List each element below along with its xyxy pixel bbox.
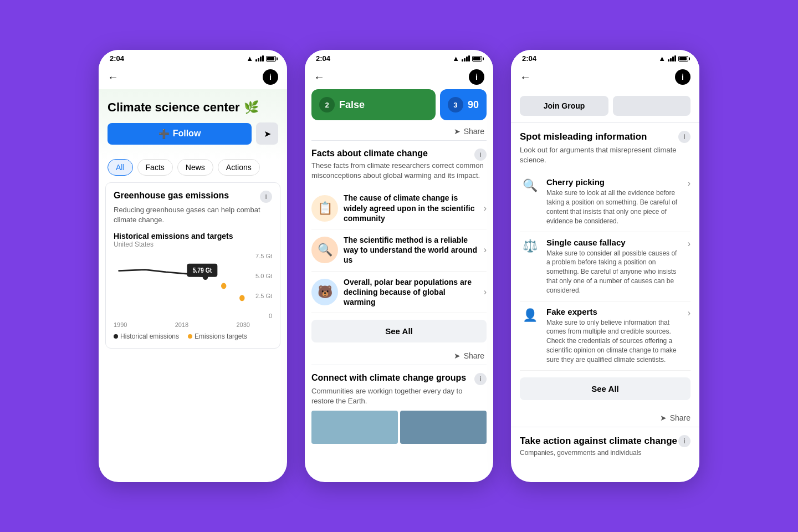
connect-info-btn[interactable]: i [474, 373, 487, 385]
chart-area: 7.5 Gt 5.0 Gt 2.5 Gt 0 5.7 [114, 253, 272, 319]
share-label-2b: Share [464, 351, 484, 360]
status-time-2: 2:04 [316, 54, 330, 63]
fact-item-0[interactable]: 📋 The cause of climate change is widely … [311, 187, 487, 229]
connect-images [311, 411, 487, 444]
title-emoji-1: 🌿 [244, 100, 259, 115]
fact-text-1: The scientific method is a reliable way … [344, 235, 478, 265]
battery-icon-3 [678, 56, 688, 62]
spot-section: Spot misleading information i Look out f… [511, 123, 699, 411]
status-icons-1: ▲ [246, 54, 276, 63]
fact-text-2: Overall, polar bear populations are decl… [344, 277, 478, 308]
spot-title-row: Spot misleading information i [520, 131, 690, 143]
share-row-2b[interactable]: ➤ Share [305, 349, 493, 365]
signal-icon-2 [462, 55, 470, 62]
join-group-button[interactable]: Join Group [520, 96, 608, 116]
info-button-1[interactable]: i [263, 69, 278, 85]
info-button-2[interactable]: i [469, 69, 484, 85]
tab-all[interactable]: All [108, 159, 133, 176]
see-all-button-2[interactable]: See All [311, 320, 487, 342]
top-nav-3: ← i [511, 65, 699, 89]
chart-container: Historical emissions and targets United … [114, 232, 272, 340]
back-button-1[interactable]: ← [108, 71, 119, 84]
chevron-0: › [484, 203, 487, 213]
chart-subtitle: United States [114, 241, 272, 248]
follow-button[interactable]: ➕ Follow [108, 123, 252, 145]
mislead-content-1: Single cause fallacy Make sure to consid… [546, 238, 681, 295]
info-button-3[interactable]: i [675, 69, 690, 85]
wifi-icon: ▲ [246, 54, 253, 63]
share-button-1[interactable]: ➤ [256, 122, 278, 145]
follow-label: Follow [173, 129, 201, 139]
share-row-3[interactable]: ➤ Share [511, 411, 699, 427]
blue-label: 90 [468, 99, 479, 111]
svg-point-1 [221, 283, 226, 289]
take-action-desc: Companies, governments and individuals [520, 448, 690, 458]
fact-icon-1: 🔍 [311, 237, 338, 263]
blue-badge: 3 [448, 97, 463, 112]
false-label: False [339, 99, 365, 111]
spot-title: Spot misleading information [520, 131, 647, 142]
top-nav-2: ← i [305, 65, 493, 89]
chart-legend: Historical emissions Emissions targets [114, 332, 272, 340]
mislead-icon-1: ⚖️ [520, 239, 540, 253]
legend-historical: Historical emissions [114, 332, 179, 340]
false-card: 2 False [311, 89, 436, 120]
battery-icon-2 [472, 56, 482, 62]
signal-icon [255, 55, 264, 62]
connect-title-row: Connect with climate change groups i [311, 373, 487, 385]
share-label-3: Share [670, 413, 690, 422]
tab-news[interactable]: News [177, 159, 213, 176]
mislead-content-2: Fake experts Make sure to only believe i… [546, 307, 681, 365]
legend-dot-historical [114, 334, 118, 339]
top-cards: 2 False 3 90 [305, 89, 493, 125]
status-bar-2: 2:04 ▲ [305, 50, 493, 65]
tab-facts[interactable]: Facts [137, 159, 173, 176]
section-info-btn[interactable]: i [260, 191, 272, 203]
fact-item-1[interactable]: 🔍 The scientific method is a reliable wa… [311, 229, 487, 272]
share-label-2: Share [464, 127, 484, 136]
see-all-button-3[interactable]: See All [520, 377, 690, 400]
mislead-desc-2: Make sure to only believe information th… [546, 318, 681, 365]
take-action-title-row: Take action against climate change i [520, 435, 690, 447]
mislead-item-2[interactable]: 👤 Fake experts Make sure to only believe… [520, 301, 690, 371]
status-bar-3: 2:04 ▲ [511, 50, 699, 65]
top-nav-1: ← i [99, 65, 287, 89]
tab-row-1: All Facts News Actions [99, 159, 287, 182]
greenhouse-section: Greenhouse gas emissions i Reducing gree… [105, 182, 280, 349]
spot-info-btn[interactable]: i [678, 131, 690, 143]
connect-img-1 [311, 411, 398, 444]
signal-icon-3 [668, 55, 676, 62]
mislead-content-0: Cherry picking Make sure to look at all … [546, 177, 681, 226]
phone-3: 2:04 ▲ ← i Join Group Spot [511, 50, 699, 482]
mislead-item-0[interactable]: 🔍 Cherry picking Make sure to look at al… [520, 172, 690, 232]
facts-title-row: Facts about climate change i [311, 149, 487, 161]
wifi-icon-2: ▲ [452, 54, 459, 63]
connect-desc: Communities are workign together every d… [311, 386, 487, 406]
status-bar-1: 2:04 ▲ [99, 50, 287, 65]
take-action-section: Take action against climate change i Com… [511, 427, 699, 460]
section-desc: Reducing greenhouse gases can help comba… [114, 205, 272, 225]
join-group-section: Join Group [511, 89, 699, 122]
phone-2-content: 2 False 3 90 ➤ Share Facts about climate… [305, 89, 493, 482]
mislead-title-2: Fake experts [546, 307, 681, 316]
chart-title: Historical emissions and targets [114, 232, 272, 241]
tab-actions[interactable]: Actions [218, 159, 260, 176]
share-row-2[interactable]: ➤ Share [305, 125, 493, 140]
mislead-chevron-1: › [688, 239, 690, 249]
mislead-item-1[interactable]: ⚖️ Single cause fallacy Make sure to con… [520, 232, 690, 301]
facts-desc: These facts from climate researchers cor… [311, 161, 487, 181]
back-button-3[interactable]: ← [520, 71, 531, 84]
fact-item-2[interactable]: 🐻 Overall, polar bear populations are de… [311, 272, 487, 314]
mislead-chevron-2: › [688, 308, 690, 318]
legend-targets: Emissions targets [188, 332, 247, 340]
facts-info-btn[interactable]: i [474, 149, 487, 161]
p1-header: Climate science center 🌿 ➕ Follow ➤ [99, 89, 287, 159]
phone-3-content: Join Group Spot misleading information i… [511, 89, 699, 482]
back-button-2[interactable]: ← [314, 71, 325, 84]
wifi-icon-3: ▲ [658, 54, 666, 63]
take-action-info-btn[interactable]: i [678, 435, 690, 447]
fact-icon-0: 📋 [311, 195, 338, 222]
take-action-title: Take action against climate change [520, 436, 677, 447]
join-placeholder [613, 96, 690, 116]
fact-icon-2: 🐻 [311, 279, 338, 305]
